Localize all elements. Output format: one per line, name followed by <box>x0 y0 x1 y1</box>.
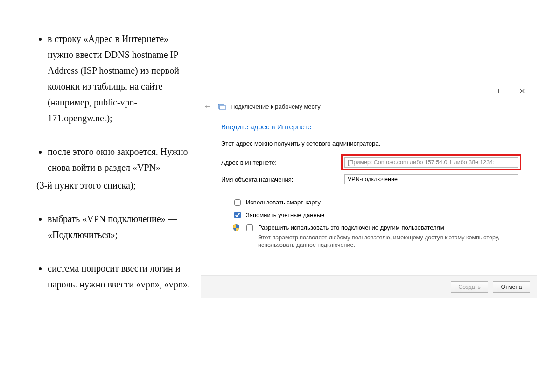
remember-option[interactable]: Запомнить учетные данные <box>232 211 518 220</box>
address-label: Адрес в Интернете: <box>221 159 344 166</box>
create-button[interactable]: Создать <box>451 281 488 293</box>
smartcard-checkbox[interactable] <box>234 199 241 206</box>
instruction-list: в строку «Адрес в Интернете» нужно ввест… <box>22 31 196 292</box>
address-row: Адрес в Интернете: <box>221 157 518 168</box>
lead-heading: Введите адрес в Интернете <box>221 123 518 131</box>
list-item: система попросит ввести логин и пароль. … <box>48 260 196 292</box>
svg-rect-1 <box>499 89 503 93</box>
internet-address-input[interactable] <box>344 157 518 168</box>
list-item: после этого окно закроется. Нужно снова … <box>48 144 196 193</box>
allow-others-option[interactable]: Разрешить использовать это подключение д… <box>232 224 518 249</box>
instruction-column: в строку «Адрес в Интернете» нужно ввест… <box>0 0 201 392</box>
destination-name-input[interactable] <box>344 174 518 184</box>
options-group: Использовать смарт-карту Запомнить учетн… <box>221 198 518 249</box>
destination-row: Имя объекта назначения: <box>221 174 518 184</box>
dialog-footer: Создать Отмена <box>201 275 537 298</box>
shield-icon <box>232 224 240 231</box>
list-item-text: выбрать «VPN подключение» — «Подключитьс… <box>48 214 177 240</box>
svg-rect-5 <box>220 105 225 110</box>
destination-label: Имя объекта назначения: <box>221 176 344 183</box>
allow-others-description: Этот параметр позволяет любому пользоват… <box>258 234 510 250</box>
list-item-text: в строку «Адрес в Интернете» нужно ввест… <box>48 34 179 123</box>
dialog-column: ← Подключение к рабочему месту Введите а… <box>201 0 560 392</box>
list-item-text: система попросит ввести логин и пароль. … <box>48 263 190 289</box>
remember-label: Запомнить учетные данные <box>246 211 324 219</box>
back-arrow-icon[interactable]: ← <box>203 102 213 112</box>
smartcard-label: Использовать смарт-карту <box>246 198 321 207</box>
dialog-header: ← Подключение к рабочему месту <box>201 99 537 117</box>
titlebar <box>201 83 537 99</box>
maximize-button[interactable] <box>490 84 511 98</box>
list-item: в строку «Адрес в Интернете» нужно ввест… <box>48 31 196 126</box>
close-button[interactable] <box>511 84 533 98</box>
allow-others-checkbox[interactable] <box>246 224 253 231</box>
dialog-title: Подключение к рабочему месту <box>231 103 321 110</box>
vpn-wizard-dialog: ← Подключение к рабочему месту Введите а… <box>201 83 537 298</box>
info-text: Этот адрес можно получить у сетевого адм… <box>221 140 518 147</box>
wizard-icon <box>217 103 226 111</box>
remember-checkbox[interactable] <box>234 212 241 218</box>
minimize-button[interactable] <box>469 84 490 98</box>
list-item-text: после этого окно закроется. Нужно снова … <box>48 147 188 173</box>
cancel-button[interactable]: Отмена <box>493 281 530 293</box>
smartcard-option[interactable]: Использовать смарт-карту <box>232 198 518 207</box>
allow-others-label: Разрешить использовать это подключение д… <box>258 224 444 231</box>
list-item: выбрать «VPN подключение» — «Подключитьс… <box>48 211 196 243</box>
list-item-subline: (3-й пункт этого списка); <box>36 177 196 193</box>
dialog-body: Введите адрес в Интернете Этот адрес мож… <box>201 117 537 257</box>
